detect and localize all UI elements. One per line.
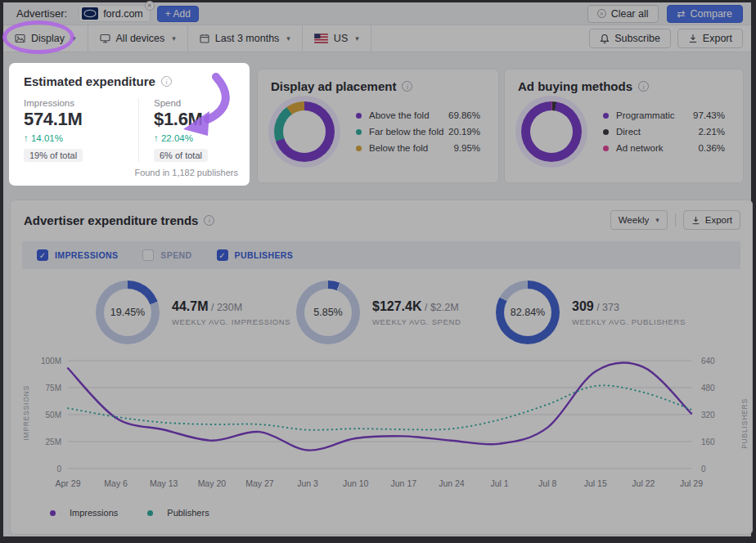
svg-text:Apr 29: Apr 29 [56,478,81,488]
advertiser-domain: ford.com [103,8,143,20]
svg-text:May 6: May 6 [104,478,128,488]
legend-item: Far below the fold 20.19% [356,123,480,140]
legend-dot [356,129,362,135]
gauge-ring: 19.45% [96,280,160,344]
info-icon[interactable] [638,81,649,92]
date-range-dropdown[interactable]: Last 3 months [188,25,302,52]
image-icon [15,34,25,43]
advertiser-bar: Advertiser: ford.com + Add Clear all Com… [3,2,751,25]
expenditure-metrics: Impressions 574.1M 14.01% 19% of total S… [11,88,248,162]
advertiser-label: Advertiser: [16,7,67,20]
legend-item: Below the fold 9.95% [356,140,480,156]
gauge-ring: 5.85% [296,280,360,344]
svg-text:640: 640 [701,357,715,366]
buying-donut-chart [521,101,582,162]
svg-text:Jul 15: Jul 15 [584,478,607,488]
legend-dot [356,146,362,151]
legend-dot [50,510,56,516]
ford-logo-icon [82,7,98,20]
bell-icon [600,34,610,44]
ad-buying-methods-card: Ad buying methods Programmatic 97.43% [504,69,744,183]
divider [675,213,676,227]
svg-text:50M: 50M [46,411,61,420]
download-icon [688,34,698,43]
spend-metric: Spend $1.6M 22.04% 6% of total [138,98,235,162]
compare-button[interactable]: Compare [667,5,743,23]
svg-text:Jun 3: Jun 3 [297,478,318,488]
legend-item: Ad network 0.36% [603,140,725,156]
weekly-average-gauges: 19.45% 44.7M / 230M WEEKLY AVG. IMPRESSI… [11,280,752,344]
svg-text:25M: 25M [46,438,61,447]
country-dropdown[interactable]: US [303,25,371,52]
divider [371,25,371,52]
calendar-icon [200,34,209,43]
remove-advertiser-icon[interactable] [145,1,155,11]
legend-dot [603,113,609,119]
svg-text:May 27: May 27 [245,478,274,488]
legend-publishers: Publishers [147,508,209,518]
legend-item: Above the fold 69.86% [356,107,480,123]
advertiser-tag[interactable]: ford.com [79,5,151,22]
svg-text:May 20: May 20 [198,478,227,488]
svg-text:May 13: May 13 [150,478,178,488]
info-icon[interactable] [402,81,412,92]
svg-text:100M: 100M [41,357,61,366]
impressions-value: 574.1M [24,109,138,130]
impressions-share-badge: 19% of total [24,149,83,162]
card-title: Estimated expenditure [11,65,248,88]
svg-text:Jul 29: Jul 29 [680,478,703,488]
series-toggle-strip: IMPRESSIONS SPEND PUBLISHERS [22,241,740,269]
display-type-dropdown[interactable]: Display [3,25,88,52]
legend-item: Programmatic 97.43% [603,107,725,123]
toggle-publishers[interactable]: PUBLISHERS [217,249,294,261]
card-title: Ad buying methods [505,70,743,93]
publishers-footnote: Found in 1,182 publishers [134,168,238,177]
legend-item: Direct 2.21% [603,123,725,140]
line-chart-svg: 0025M16050M32075M480100M640Apr 29May 6Ma… [20,352,744,496]
adclarity-dashboard: Advertiser: ford.com + Add Clear all Com… [3,2,751,536]
period-dropdown[interactable]: Weekly [610,210,668,230]
add-advertiser-button[interactable]: + Add [157,6,199,22]
info-icon[interactable] [204,215,214,226]
subscribe-button[interactable]: Subscribe [589,29,671,48]
impressions-gauge: 19.45% 44.7M / 230M WEEKLY AVG. IMPRESSI… [96,280,296,344]
svg-text:480: 480 [701,384,715,393]
impressions-metric: Impressions 574.1M 14.01% 19% of total [24,98,138,162]
svg-text:Jun 10: Jun 10 [343,478,369,488]
svg-text:Jul 8: Jul 8 [538,478,556,488]
legend-impressions: Impressions [50,508,118,518]
trend-line-chart: IMPRESSIONS 0025M16050M32075M480100M640A… [20,352,752,500]
info-icon[interactable] [161,76,172,87]
svg-text:Jun 24: Jun 24 [439,478,465,488]
trends-export-button[interactable]: Export [683,210,740,230]
card-title: Display ad placement [258,70,498,93]
right-axis-label: PUBLISHERS [740,398,749,449]
spend-share-badge: 6% of total [154,149,208,162]
app-frame: Advertiser: ford.com + Add Clear all Com… [0,0,756,543]
checkbox-checked-icon [217,249,228,261]
expenditure-trends-card: Advertiser expenditure trends Weekly Exp… [10,200,753,535]
placement-legend: Above the fold 69.86% Far below the fold… [356,107,480,162]
svg-text:Jul 1: Jul 1 [490,478,508,488]
clear-all-button[interactable]: Clear all [587,5,659,23]
svg-text:160: 160 [701,438,715,447]
legend-dot [603,146,609,151]
export-button[interactable]: Export [677,29,743,48]
publishers-gauge: 82.84% 309 / 373 WEEKLY AVG. PUBLISHERS [496,280,686,344]
chart-legend: Impressions Publishers [50,508,752,518]
spend-change: 22.04% [154,133,235,143]
svg-text:Jun 17: Jun 17 [391,478,417,488]
devices-dropdown[interactable]: All devices [88,25,187,52]
main-content: Estimated expenditure Impressions 574.1M… [3,52,751,536]
checkbox-unchecked-icon [142,249,154,261]
placement-donut-chart [274,101,335,162]
toggle-spend[interactable]: SPEND [142,249,191,261]
compare-icon [677,8,686,20]
svg-text:0: 0 [56,464,61,473]
left-axis-label: IMPRESSIONS [22,385,30,441]
buying-legend: Programmatic 97.43% Direct 2.21% Ad netw… [603,107,725,162]
display-ad-placement-card: Display ad placement Above the fold 69.8… [257,69,499,183]
toggle-impressions[interactable]: IMPRESSIONS [37,249,118,261]
spend-value: $1.6M [154,109,235,130]
svg-text:75M: 75M [46,384,61,393]
